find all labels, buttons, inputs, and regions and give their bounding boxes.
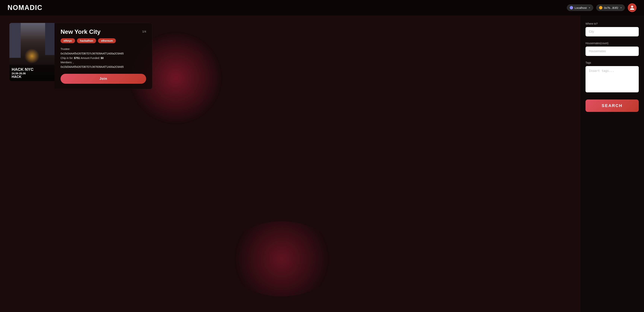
- image-title: HACK NYC: [12, 67, 52, 72]
- ethereum-icon: [570, 6, 573, 9]
- search-sidebar: Where to? Housemates(count) Tags SEARCH: [580, 15, 644, 312]
- tags-label: Tags: [586, 61, 639, 64]
- members-address: 0x15d34AAf54267DB7D7c367839AAf71A00a2C6A…: [60, 65, 124, 68]
- city-section: Where to?: [586, 22, 639, 36]
- card-pagination: 1/4: [142, 28, 146, 33]
- housemates-section: Housemates(count): [586, 42, 639, 56]
- app-logo: NOMADIC: [8, 4, 42, 12]
- card-info: Trustee: 0x15d34AAf54267DB7D7c367839AAf7…: [60, 47, 146, 69]
- search-button[interactable]: SEARCH: [586, 100, 639, 112]
- card-header-row: New York City 1/4: [60, 28, 146, 35]
- coin-icon: [599, 6, 602, 9]
- header: NOMADIC Localhost ▼ 0x7b...B3f2 ▼: [0, 0, 644, 15]
- amount-funded-label: Amount Funded:: [80, 56, 100, 59]
- members-row: Members: , 0x15d34AAf54267DB7D7c367839AA…: [60, 60, 146, 69]
- members-label: Members:: [60, 61, 72, 64]
- network-label: Localhost: [574, 6, 587, 9]
- tag-hackathon: hackathon: [77, 38, 96, 43]
- housemates-input[interactable]: [586, 47, 639, 56]
- trustee-row: Trustee: 0x15d34AAf54267DB7D7c367839AAf7…: [60, 47, 146, 56]
- wallet-selector[interactable]: 0x7b...B3f2 ▼: [596, 4, 625, 11]
- city-input[interactable]: [586, 27, 639, 36]
- event-card-wrapper: HACK NYC 24.06-26.06 HACK New York City …: [10, 23, 152, 89]
- chip-in-value: $751: [74, 56, 80, 59]
- members-comma: ,: [73, 61, 74, 64]
- event-title: New York City: [60, 28, 100, 35]
- amount-funded-value: $0: [100, 56, 104, 59]
- image-dates: 24.06-26.06: [12, 72, 52, 75]
- user-icon: [630, 5, 635, 10]
- header-right: Localhost ▼ 0x7b...B3f2 ▼: [567, 3, 636, 12]
- event-image: HACK NYC 24.06-26.06 HACK: [10, 23, 54, 81]
- network-selector[interactable]: Localhost ▼: [567, 4, 593, 11]
- wallet-chevron: ▼: [620, 7, 622, 9]
- tags-input[interactable]: [586, 66, 639, 92]
- housemates-label: Housemates(count): [586, 42, 639, 45]
- main-layout: HACK NYC 24.06-26.06 HACK New York City …: [0, 15, 644, 312]
- building-left: [10, 23, 21, 58]
- trustee-value: 0x15d34AAf54267DB7D7c367839AAf71A00a2C6A…: [60, 52, 124, 55]
- content-area: HACK NYC 24.06-26.06 HACK New York City …: [0, 15, 580, 312]
- funding-row: Chip in for: $751 Amount Funded: $0: [60, 56, 146, 60]
- tags-section: Tags: [586, 61, 639, 92]
- trustee-label: Trustee:: [60, 47, 70, 50]
- tags-row: ethnyc hackathon ethereum: [60, 38, 146, 43]
- building-right: [45, 23, 54, 55]
- tag-ethnyc: ethnyc: [60, 38, 75, 43]
- join-button[interactable]: Join: [60, 74, 146, 84]
- image-hack: HACK: [12, 75, 52, 79]
- street-glow: [24, 49, 40, 64]
- event-info-card: New York City 1/4 ethnyc hackathon ether…: [54, 23, 152, 89]
- image-overlay: HACK NYC 24.06-26.06 HACK: [10, 65, 54, 81]
- tag-ethereum: ethereum: [98, 38, 116, 43]
- where-to-label: Where to?: [586, 22, 639, 25]
- chip-in-label: Chip in for:: [60, 56, 73, 59]
- user-avatar-button[interactable]: [628, 3, 636, 12]
- wallet-address: 0x7b...B3f2: [604, 6, 618, 9]
- network-chevron: ▼: [588, 7, 590, 9]
